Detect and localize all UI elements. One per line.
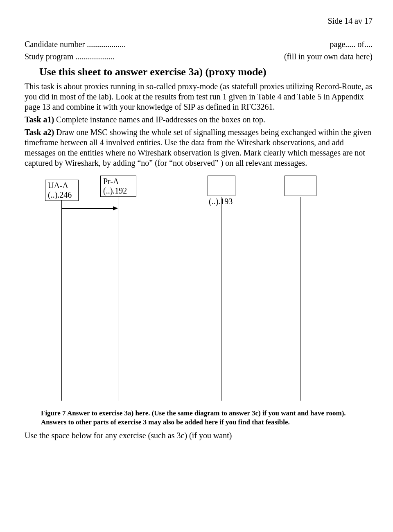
- lifeline-2: [118, 197, 118, 401]
- lifeline-1: [61, 200, 62, 401]
- lifeline-4: [300, 197, 300, 401]
- candidate-number-field[interactable]: Candidate number ...................: [25, 38, 126, 50]
- exam-page: Side 14 av 17 Candidate number .........…: [0, 0, 393, 449]
- task-a1-label: Task a1): [25, 115, 54, 124]
- entity-box-3[interactable]: [208, 176, 235, 196]
- footer-instruction: Use the space below for any exercise (su…: [25, 431, 373, 440]
- page-number: Side 14 av 17: [25, 16, 373, 26]
- entity-box-ua-a[interactable]: UA-A (..).246: [45, 180, 79, 201]
- entity-box-pr-a[interactable]: Pr-A (..).192: [100, 176, 136, 197]
- task-a2-label: Task a2): [25, 128, 54, 137]
- entity-ip-ua-a: (..).246: [48, 190, 72, 199]
- msg-arrow-1-head: [113, 206, 118, 210]
- fill-note: (fill in your own data here): [284, 50, 373, 63]
- task-a2-text: Draw one MSC showing the whole set of si…: [25, 128, 371, 167]
- msg-arrow-1-line: [62, 208, 114, 209]
- task-a1: Task a1) Complete instance names and IP-…: [25, 115, 373, 125]
- task-a1-text: Complete instance names and IP-addresses…: [54, 115, 265, 124]
- lifeline-3: [221, 197, 221, 401]
- entity-name-ua-a: UA-A: [48, 181, 68, 190]
- page-of-field[interactable]: page..... of....: [330, 38, 373, 50]
- entity-ip-pr-a: (..).192: [103, 186, 127, 195]
- figure-caption: Figure 7 Answer to exercise 3a) here. (U…: [41, 409, 373, 427]
- entity-box-4[interactable]: [285, 176, 316, 196]
- study-program-field[interactable]: Study program ...................: [25, 50, 114, 63]
- msc-diagram[interactable]: UA-A (..).246 Pr-A (..).192 (..).193: [45, 180, 356, 405]
- header-row-1: Candidate number ................... pag…: [25, 38, 373, 50]
- task-a2: Task a2) Draw one MSC showing the whole …: [25, 127, 373, 168]
- header-row-2: Study program ................... (fill …: [25, 50, 373, 63]
- intro-paragraph: This task is about proxies running in so…: [25, 81, 373, 112]
- sheet-title: Use this sheet to answer exercise 3a) (p…: [39, 66, 373, 78]
- entity-name-pr-a: Pr-A: [103, 177, 119, 186]
